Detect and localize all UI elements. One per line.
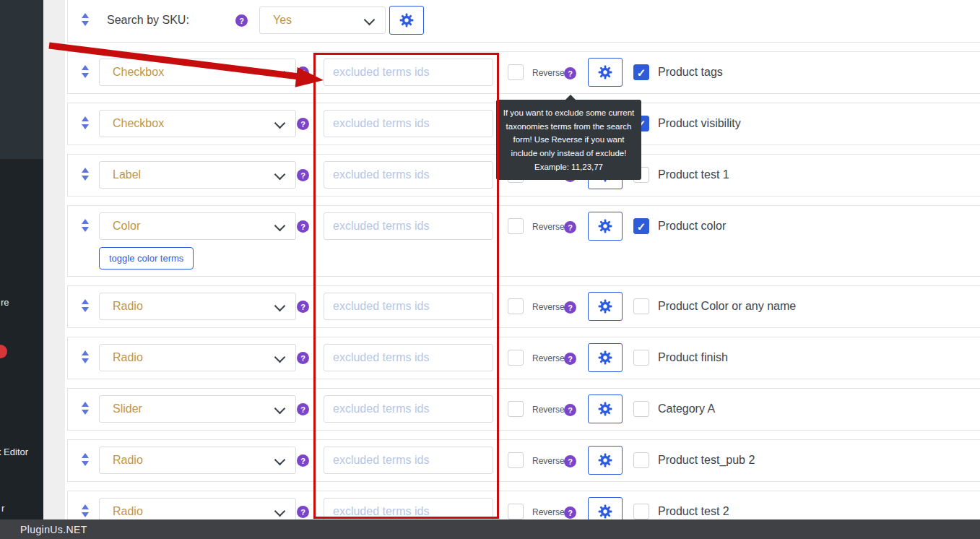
filter-type-value: Color (113, 220, 140, 233)
filter-type-value: Radio (113, 454, 143, 467)
filter-type-select[interactable]: Slider (99, 395, 296, 423)
chevron-down-icon (274, 454, 286, 466)
gear-button[interactable] (588, 292, 623, 321)
sort-handle[interactable] (78, 116, 92, 129)
taxonomy-checkbox[interactable]: ✓ (633, 64, 649, 80)
help-icon[interactable]: ? (297, 506, 309, 518)
reverse-checkbox[interactable]: ✓ (508, 350, 524, 366)
sort-handle[interactable] (78, 402, 92, 415)
sort-handle[interactable] (78, 13, 92, 26)
excluded-terms-input[interactable] (324, 344, 493, 371)
taxonomy-checkbox[interactable]: ✓ (633, 350, 649, 366)
gear-button[interactable] (389, 6, 424, 35)
check-icon: ✓ (637, 67, 646, 78)
footer-brand-bar: PluginUs.NET (0, 519, 980, 539)
taxonomy-label: Product visibility (658, 117, 741, 130)
chevron-down-icon (274, 403, 286, 415)
sort-handle[interactable] (78, 453, 92, 466)
gear-button[interactable] (588, 58, 623, 87)
help-icon[interactable]: ? (564, 221, 576, 233)
sort-handle[interactable] (78, 299, 92, 312)
filter-type-value: Radio (113, 505, 143, 518)
reverse-checkbox[interactable]: ✓ (508, 401, 524, 417)
chevron-down-icon (364, 14, 376, 26)
filter-type-select[interactable]: Label (99, 161, 296, 189)
sidebar-item-fragment[interactable]: re (1, 297, 9, 308)
help-icon[interactable]: ? (564, 506, 576, 519)
help-icon[interactable]: ? (564, 404, 576, 416)
help-icon[interactable]: ? (564, 455, 576, 467)
sort-handle[interactable] (78, 65, 92, 78)
taxonomy-checkbox[interactable]: ✓ (633, 452, 649, 468)
reverse-checkbox[interactable]: ✓ (508, 218, 524, 234)
help-icon[interactable]: ? (564, 67, 576, 79)
filter-type-select[interactable]: Color (99, 212, 296, 240)
reverse-checkbox[interactable]: ✓ (508, 452, 524, 468)
excluded-terms-input[interactable] (324, 293, 493, 320)
taxonomy-checkbox[interactable]: ✓ (633, 401, 649, 417)
help-icon[interactable]: ? (297, 66, 309, 79)
gear-button[interactable] (588, 343, 623, 372)
gear-button[interactable] (588, 394, 623, 423)
sku-select[interactable]: Yes (259, 7, 386, 34)
filter-type-select[interactable]: Radio (99, 447, 296, 474)
gear-icon (598, 219, 612, 233)
filter-type-select[interactable]: Checkbox (99, 59, 296, 86)
tooltip-caret (565, 95, 576, 100)
excluded-terms-input[interactable] (324, 395, 493, 423)
sort-up-icon (82, 350, 89, 355)
excluded-terms-input[interactable] (324, 161, 493, 189)
sort-up-icon (82, 13, 89, 18)
reverse-label: Reverse (532, 353, 565, 363)
excluded-terms-input[interactable] (324, 212, 493, 240)
help-icon[interactable]: ? (297, 220, 309, 233)
reverse-label: Reverse (532, 222, 565, 232)
sort-up-icon (82, 116, 89, 121)
sku-option-label: Search by SKU: (107, 14, 189, 27)
sidebar-item-fragment[interactable]: k Editor (0, 447, 28, 457)
help-icon[interactable]: ? (564, 353, 576, 365)
excluded-terms-input[interactable] (324, 59, 493, 86)
sort-down-icon (82, 512, 89, 517)
help-icon[interactable]: ? (297, 454, 309, 467)
filter-type-value: Slider (113, 402, 142, 415)
gear-icon (598, 299, 612, 314)
chevron-down-icon (274, 301, 286, 312)
help-icon[interactable]: ? (564, 301, 576, 314)
sort-up-icon (82, 219, 89, 224)
gear-button[interactable] (588, 446, 623, 475)
sort-handle[interactable] (78, 219, 92, 232)
sort-down-icon (82, 307, 89, 312)
taxonomy-checkbox[interactable]: ✓ (633, 218, 649, 234)
gear-button[interactable] (588, 212, 623, 241)
filter-type-value: Radio (113, 351, 143, 364)
filter-type-select[interactable]: Radio (99, 293, 296, 320)
taxonomy-checkbox[interactable]: ✓ (633, 298, 649, 314)
toggle-color-terms-button[interactable]: toggle color terms (99, 247, 194, 270)
help-icon[interactable]: ? (297, 403, 309, 415)
gear-icon (598, 65, 612, 79)
help-icon[interactable]: ? (297, 169, 309, 181)
help-icon[interactable]: ? (297, 352, 309, 364)
reverse-label: Reverse (532, 68, 565, 78)
sort-down-icon (82, 21, 89, 26)
reverse-checkbox[interactable]: ✓ (508, 504, 524, 519)
taxonomy-checkbox[interactable]: ✓ (633, 504, 649, 519)
excluded-terms-input[interactable] (324, 447, 493, 474)
gear-icon (399, 13, 414, 27)
sort-up-icon (82, 453, 89, 458)
help-icon[interactable]: ? (297, 118, 309, 130)
sort-handle[interactable] (78, 168, 92, 181)
excluded-terms-input[interactable] (324, 110, 493, 137)
sort-handle[interactable] (78, 504, 92, 517)
taxonomy-label: Product test 1 (658, 168, 729, 181)
help-icon[interactable]: ? (235, 14, 248, 27)
sidebar-item-fragment[interactable]: r (1, 503, 4, 514)
filter-type-select[interactable]: Checkbox (99, 110, 296, 137)
help-icon[interactable]: ? (297, 301, 309, 313)
sort-handle[interactable] (78, 350, 92, 363)
reverse-checkbox[interactable]: ✓ (508, 298, 524, 314)
filter-type-select[interactable]: Radio (99, 344, 296, 371)
reverse-checkbox[interactable]: ✓ (508, 64, 524, 80)
check-icon: ✓ (637, 221, 646, 232)
